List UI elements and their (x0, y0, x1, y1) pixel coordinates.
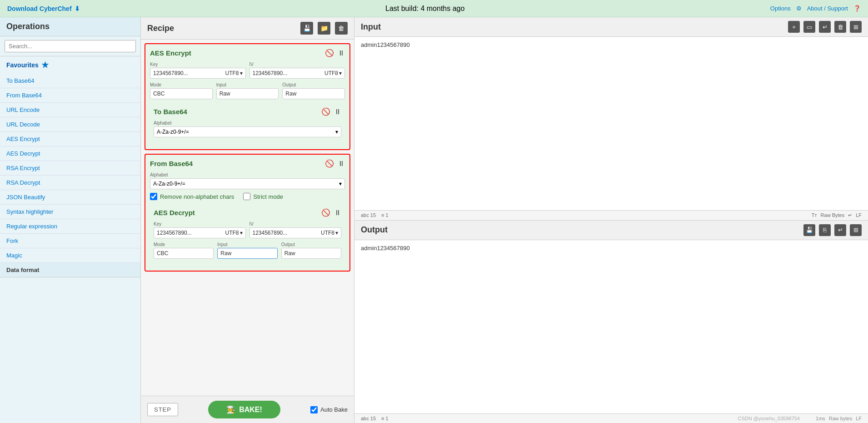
sidebar-item-url-decode[interactable]: URL Decode (0, 117, 140, 132)
aes-decrypt-pause-icon[interactable]: ⏸ (334, 209, 341, 217)
add-input-button[interactable]: + (788, 21, 800, 33)
aes-decrypt-key-field[interactable]: 1234567890... UTF8 ▾ (154, 227, 246, 238)
input-format[interactable]: Raw Bytes (821, 212, 845, 218)
to-base64-alphabet-select[interactable]: A-Za-z0-9+/= ▾ (154, 126, 341, 137)
sidebar-title: Operations (0, 17, 140, 36)
to-base64-pause-icon[interactable]: ⏸ (334, 108, 341, 116)
sidebar-item-syntax-highlighter[interactable]: Syntax highlighter (0, 205, 140, 219)
load-recipe-button[interactable]: 📁 (318, 22, 330, 35)
step-button[interactable]: STEP (147, 403, 178, 416)
aes-encrypt-iv-field[interactable]: 1234567890... UTF8 ▾ (249, 68, 345, 79)
aes-encrypt-input-group: Input Raw (216, 82, 279, 99)
input-fullscreen-button[interactable]: ⊞ (850, 21, 862, 33)
remove-non-alphabet-label[interactable]: Remove non-alphabet chars (150, 193, 234, 200)
data-format-section: Data format (0, 263, 140, 277)
sidebar-item-regular-expression[interactable]: Regular expression (0, 219, 140, 234)
sidebar-item-aes-encrypt[interactable]: AES Encrypt (0, 132, 140, 146)
input-section: Input + ▭ ↵ 🗑 ⊞ admin1234567890 abc 15 ≡… (354, 17, 868, 221)
aes-encrypt-key-encoding[interactable]: UTF8 ▾ (225, 70, 243, 76)
output-save-button[interactable]: 💾 (803, 224, 815, 236)
aes-encrypt-iv-encoding[interactable]: UTF8 ▾ (324, 70, 342, 76)
from-base64-options-row: Remove non-alphabet chars Strict mode (150, 193, 345, 200)
main-layout: Operations Favourites ★ To Base64 From B… (0, 17, 868, 423)
aes-decrypt-mode-field[interactable]: CBC (154, 248, 214, 259)
output-header: Output 💾 ⎘ ↵ ⊞ (354, 221, 868, 240)
aes-decrypt-iv-field[interactable]: 1234567890... UTF8 ▾ (249, 227, 342, 238)
aes-decrypt-input-group: Input Raw (217, 242, 277, 259)
aes-decrypt-output-field[interactable]: Raw (281, 248, 341, 259)
auto-bake-checkbox[interactable] (310, 406, 318, 413)
sidebar-item-from-base64[interactable]: From Base64 (0, 88, 140, 103)
search-input[interactable] (5, 40, 136, 52)
topbar: Download CyberChef ⬇ Last build: 4 month… (0, 0, 868, 17)
options-link[interactable]: Options (770, 5, 791, 12)
bake-button[interactable]: 👨‍🍳 BAKE! (208, 401, 280, 418)
aes-encrypt-output-field[interactable]: Raw (282, 88, 345, 99)
recipe-title: Recipe (147, 24, 174, 33)
aes-decrypt-iv-encoding[interactable]: UTF8 ▾ (321, 230, 338, 236)
remove-non-alphabet-checkbox[interactable] (150, 193, 157, 200)
sidebar-item-url-encode[interactable]: URL Encode (0, 103, 140, 117)
save-recipe-button[interactable]: 💾 (300, 22, 313, 35)
output-line-count: ≡ 1 (381, 416, 389, 421)
question-icon: ❓ (853, 5, 861, 12)
aes-encrypt-mode-label: Mode (150, 82, 213, 87)
sidebar-item-json-beautify[interactable]: JSON Beautify (0, 190, 140, 205)
sidebar-item-rsa-encrypt[interactable]: RSA Encrypt (0, 161, 140, 176)
aes-decrypt-icons: 🚫 ⏸ (321, 208, 341, 217)
output-paste-button[interactable]: ↵ (834, 224, 846, 236)
clear-recipe-button[interactable]: 🗑 (335, 22, 348, 35)
from-base64-title: From Base64 (150, 160, 193, 167)
aes-encrypt-pause-icon[interactable]: ⏸ (338, 49, 345, 57)
from-base64-disable-icon[interactable]: 🚫 (325, 159, 334, 168)
to-base64-icons: 🚫 ⏸ (321, 107, 341, 116)
output-copy-button[interactable]: ⎘ (819, 224, 831, 236)
chevron-down-icon-4: ▾ (339, 181, 342, 187)
sidebar-item-magic[interactable]: Magic (0, 248, 140, 263)
favourites-header: Favourites ★ (0, 56, 140, 74)
output-fullscreen-button[interactable]: ⊞ (850, 224, 862, 236)
download-label[interactable]: Download CyberChef (7, 5, 72, 12)
chevron-down-icon-6: ▾ (335, 230, 338, 236)
aes-decrypt-mode-label: Mode (154, 242, 214, 247)
about-link[interactable]: About / Support (807, 5, 848, 12)
aes-encrypt-key-field[interactable]: 1234567890... UTF8 ▾ (150, 68, 246, 79)
sidebar-item-rsa-decrypt[interactable]: RSA Decrypt (0, 176, 140, 190)
aes-encrypt-mode-field[interactable]: CBC (150, 88, 213, 99)
strict-mode-label[interactable]: Strict mode (243, 193, 283, 200)
input-paste-button[interactable]: ↵ (819, 21, 831, 33)
recipe-footer: STEP 👨‍🍳 BAKE! Auto Bake (141, 396, 354, 423)
auto-bake-container: Auto Bake (310, 406, 348, 413)
download-section[interactable]: Download CyberChef ⬇ (7, 5, 80, 12)
recipe-content: AES Encrypt 🚫 ⏸ Key 1234567890... UTF8 (141, 40, 354, 396)
sidebar-item-fork[interactable]: Fork (0, 234, 140, 248)
input-tabs-button[interactable]: ▭ (803, 21, 815, 33)
to-base64-disable-icon[interactable]: 🚫 (321, 107, 330, 116)
input-clear-button[interactable]: 🗑 (834, 21, 846, 33)
aes-encrypt-card: AES Encrypt 🚫 ⏸ Key 1234567890... UTF8 (145, 43, 350, 150)
aes-encrypt-input-field[interactable]: Raw (216, 88, 279, 99)
aes-encrypt-disable-icon[interactable]: 🚫 (325, 49, 334, 57)
aes-decrypt-disable-icon[interactable]: 🚫 (321, 208, 330, 217)
aes-decrypt-key-encoding[interactable]: UTF8 ▾ (225, 230, 243, 236)
output-header-icons: 💾 ⎘ ↵ ⊞ (803, 224, 862, 236)
line-ending-icon: ↵ (848, 212, 852, 218)
to-base64-alphabet-label: Alphabet (154, 121, 341, 126)
recipe-panel: Recipe 💾 📁 🗑 AES Encrypt 🚫 ⏸ (141, 17, 354, 423)
sidebar-item-to-base64[interactable]: To Base64 (0, 74, 140, 88)
timing-label: 1ms (816, 416, 825, 421)
aes-decrypt-key-iv-row: Key 1234567890... UTF8 ▾ IV (154, 222, 341, 238)
strict-mode-checkbox[interactable] (243, 193, 250, 200)
recipe-header: Recipe 💾 📁 🗑 (141, 17, 354, 40)
sidebar-item-aes-decrypt[interactable]: AES Decrypt (0, 146, 140, 161)
from-base64-alphabet-select[interactable]: A-Za-z0-9+/= ▾ (150, 178, 345, 189)
aes-encrypt-mode-group: Mode CBC (150, 82, 213, 99)
to-base64-alphabet-value: A-Za-z0-9+/= (157, 129, 189, 135)
to-base64-title: To Base64 (154, 108, 187, 116)
sidebar: Operations Favourites ★ To Base64 From B… (0, 17, 141, 423)
input-content[interactable]: admin1234567890 (354, 37, 868, 210)
from-base64-alphabet-row: Alphabet A-Za-z0-9+/= ▾ (150, 172, 345, 189)
from-base64-pause-icon[interactable]: ⏸ (338, 160, 345, 168)
aes-decrypt-input-field[interactable]: Raw (217, 248, 277, 259)
input-line-ending[interactable]: LF (856, 212, 862, 218)
